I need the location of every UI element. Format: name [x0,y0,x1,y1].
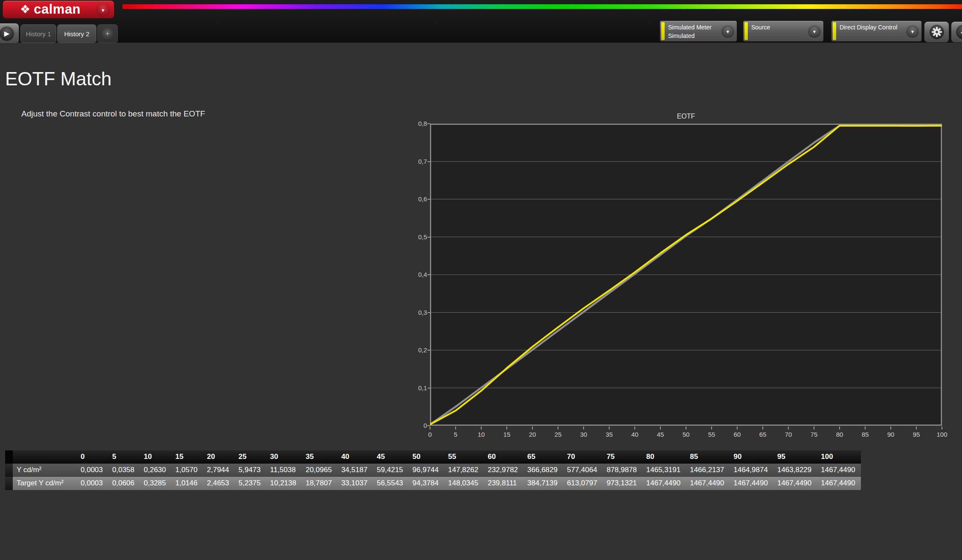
row-selector [5,450,13,464]
calman-window: ❖ calman ▼ ▶ History 1 History 2 + Simul… [0,0,962,560]
arrow-left-icon: ◀ [956,25,962,39]
meter-dropdown-line1: Simulated Meter [668,23,718,32]
x-axis-label: 15 [497,431,516,438]
table-cell: 1,0570 [171,464,203,477]
y-axis-label: 0,3 [412,309,427,316]
table-cell: 1464,9874 [730,464,773,477]
display-control-dropdown[interactable]: Direct Display Control ▼ [831,20,922,42]
measurement-table-wrap: 0510152025303540455055606570758085909510… [5,450,861,490]
x-axis-label: 95 [907,431,926,438]
x-axis-tick [455,427,456,429]
table-cell: 18,7807 [302,477,337,490]
table-cell: 2,4653 [203,477,235,490]
x-axis-tick [890,427,891,429]
table-cell: 1467,4490 [686,477,729,490]
x-axis-tick [686,427,686,429]
table-cell: 20,0965 [302,464,337,477]
chevron-down-icon: ▼ [808,25,821,38]
x-axis-tick [583,427,584,429]
table-cell: 1467,4490 [773,477,817,490]
play-button[interactable]: ▶ [0,23,19,44]
y-axis-tick [427,274,430,275]
table-row[interactable]: Target Y cd/m²0,00030,06060,32851,01462,… [5,477,861,490]
table-cell: 0,0358 [108,464,140,477]
table-cell: 56,5543 [373,477,408,490]
tab-label: History 2 [64,30,89,38]
add-tab-button[interactable]: + [97,24,118,43]
table-header-cell: 45 [373,450,408,464]
table-header-cell: 15 [171,450,203,464]
row-selector[interactable] [5,477,13,490]
table-cell: 0,0003 [77,464,108,477]
table-header-cell: 25 [235,450,266,464]
x-axis-label: 75 [805,431,823,438]
x-axis-tick [839,427,840,429]
table-cell: 2,7944 [203,464,235,477]
row-selector[interactable] [5,464,13,477]
y-axis-tick [427,388,430,389]
table-cell: 33,1037 [337,477,373,490]
y-axis-tick [427,123,430,124]
table-cell: 1467,4490 [817,477,860,490]
yellow-status-bar [744,22,748,40]
table-row[interactable]: Y cd/m²0,00030,03580,26301,05702,79445,9… [5,464,861,477]
x-axis-tick [558,427,558,429]
source-dropdown[interactable]: Source ▼ [743,20,824,42]
gear-icon [930,25,944,39]
y-axis-label: 0,5 [412,233,427,241]
y-axis-tick [427,199,430,200]
table-cell: 0,0606 [108,477,140,490]
x-axis-label: 30 [574,431,593,438]
table-cell: 1,0146 [171,477,203,490]
table-cell: 384,7139 [523,477,563,490]
x-axis-label: 35 [600,431,619,438]
chevron-down-icon: ▼ [96,3,110,17]
y-axis-label: 0,1 [412,384,427,392]
y-axis-tick [427,161,430,162]
table-cell: 1465,3191 [642,464,686,477]
y-axis-tick [427,350,430,351]
x-axis-label: 0 [421,431,439,438]
table-cell: 147,8262 [444,464,484,477]
table-cell: 5,2375 [235,477,266,490]
x-axis-label: 55 [702,431,721,438]
x-axis-tick [942,427,942,429]
x-axis-tick [916,427,917,429]
table-header-row: 0510152025303540455055606570758085909510… [5,450,861,464]
x-axis-tick [481,427,482,429]
chevron-down-icon: ▼ [721,25,734,38]
table-header-cell: 5 [108,450,140,464]
table-cell: 34,5187 [337,464,373,477]
x-axis-label: 85 [856,431,875,438]
y-axis-tick [427,312,430,313]
x-axis-tick [430,427,430,429]
header-strip: ❖ calman ▼ ▶ History 1 History 2 + Simul… [0,0,962,43]
table-cell: 973,1321 [603,477,642,490]
table-cell: 0,3285 [140,477,171,490]
calman-menu-button[interactable]: ❖ calman ▼ [3,0,114,18]
table-header-cell: 60 [484,450,523,464]
settings-button[interactable] [924,21,949,43]
chevron-down-icon: ▼ [906,25,919,38]
table-cell: 11,5038 [266,464,302,477]
table-cell: 1467,4490 [730,477,773,490]
x-axis-label: 80 [830,431,849,438]
meter-dropdown[interactable]: Simulated Meter Simulated ▼ [660,20,737,42]
table-header-cell: 70 [563,450,603,464]
y-axis-label: 0,7 [412,158,427,165]
table-cell: 148,0345 [444,477,484,490]
y-axis-label: 0,2 [412,346,427,354]
table-cell: 1466,2137 [686,464,729,477]
table-cell: 232,9782 [484,464,523,477]
x-axis-label: 10 [472,431,491,438]
collapse-panel-button[interactable]: ◀ [951,21,962,43]
table-cell: 239,8111 [484,477,523,490]
tab-history-1[interactable]: History 1 [20,24,56,43]
table-header-cell: 85 [686,450,729,464]
tab-history-2[interactable]: History 2 [57,24,96,43]
table-cell: 1467,4490 [817,464,860,477]
table-header-cell: 40 [337,450,373,464]
table-cell: 613,0797 [563,477,603,490]
table-cell: 366,6829 [523,464,563,477]
table-header-cell: 100 [817,450,860,464]
